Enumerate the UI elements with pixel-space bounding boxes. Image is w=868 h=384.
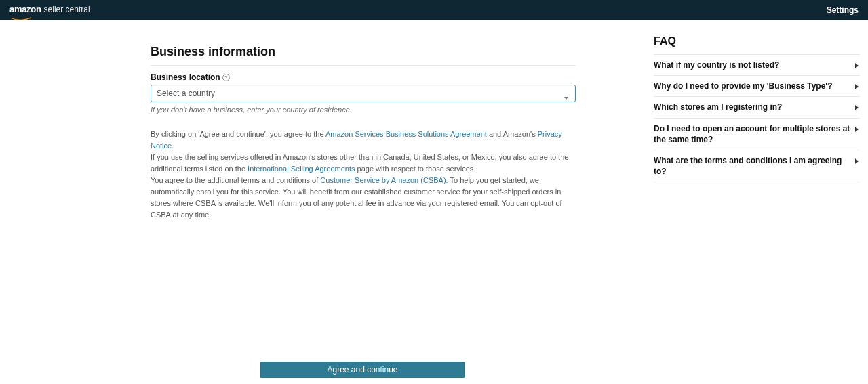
international-selling-agreements-link[interactable]: International Selling Agreements (248, 165, 355, 173)
agree-and-continue-button[interactable]: Agree and continue (260, 362, 465, 378)
faq-item-country-not-listed[interactable]: What if my country is not listed? (654, 54, 860, 75)
legal-line-2: If you use the selling services offered … (151, 152, 576, 175)
legal-line-3: You agree to the additional terms and co… (151, 175, 576, 221)
faq-item-which-stores[interactable]: Which stores am I registering in? (654, 96, 860, 117)
country-select[interactable]: Select a country (151, 85, 576, 102)
caret-right-icon (855, 156, 859, 167)
caret-right-icon (855, 60, 859, 71)
label-text: Business location (151, 72, 220, 82)
faq-item-business-type[interactable]: Why do I need to provide my 'Business Ty… (654, 75, 860, 96)
business-solutions-agreement-link[interactable]: Amazon Services Business Solutions Agree… (326, 130, 487, 138)
faq-item-label: Which stores am I registering in? (654, 102, 782, 112)
caret-right-icon (855, 124, 859, 135)
location-hint: If you don't have a business, enter your… (151, 106, 576, 114)
amazon-smile-icon (9, 13, 35, 16)
logo-seller-central-text: seller central (44, 5, 90, 14)
page-title: Business information (151, 45, 576, 59)
csba-link[interactable]: Customer Service by Amazon (CSBA). (320, 176, 448, 184)
top-header: amazon seller central Settings (0, 0, 868, 20)
faq-item-label: What are the terms and conditions I am a… (654, 156, 842, 176)
divider (151, 65, 576, 66)
faq-item-terms-conditions[interactable]: What are the terms and conditions I am a… (654, 150, 860, 182)
faq-list: What if my country is not listed? Why do… (654, 54, 860, 182)
main-panel: Business information Business location ?… (151, 20, 576, 221)
country-select-placeholder: Select a country (157, 89, 215, 98)
faq-item-multiple-stores[interactable]: Do I need to open an account for multipl… (654, 118, 860, 150)
settings-link[interactable]: Settings (827, 5, 859, 15)
amazon-seller-central-logo[interactable]: amazon seller central (9, 4, 90, 16)
business-location-label: Business location ? (151, 72, 576, 82)
faq-item-label: What if my country is not listed? (654, 60, 779, 70)
faq-item-label: Why do I need to provide my 'Business Ty… (654, 81, 833, 91)
faq-heading: FAQ (654, 35, 860, 47)
caret-right-icon (855, 102, 859, 113)
faq-item-label: Do I need to open an account for multipl… (654, 124, 850, 144)
faq-sidebar: FAQ What if my country is not listed? Wh… (654, 20, 860, 182)
help-icon[interactable]: ? (222, 74, 230, 81)
legal-line-1: By clicking on 'Agree and continue', you… (151, 129, 576, 152)
legal-text-block: By clicking on 'Agree and continue', you… (151, 129, 576, 221)
caret-right-icon (855, 81, 859, 92)
chevron-down-icon (564, 91, 568, 102)
